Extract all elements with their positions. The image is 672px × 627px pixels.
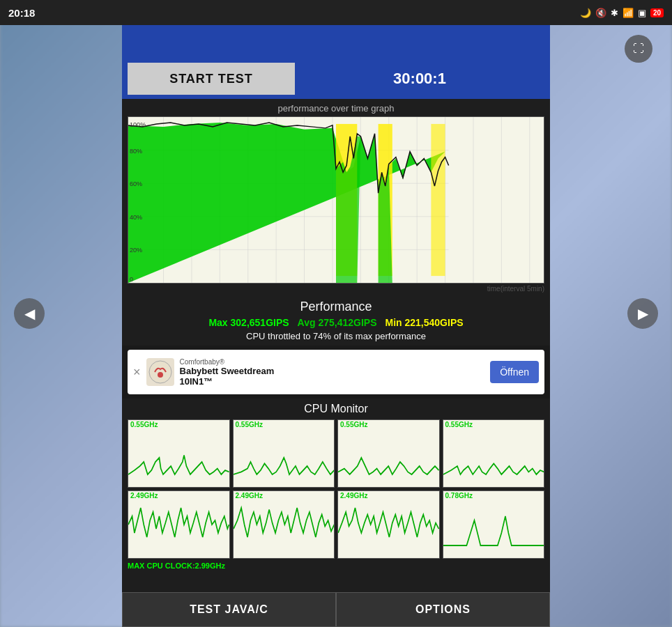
cpu-chart-7 xyxy=(443,491,544,558)
ad-logo xyxy=(146,358,174,386)
ad-close-button[interactable]: × xyxy=(133,365,141,380)
bluetooth-icon: ✱ xyxy=(611,8,618,18)
ad-banner: × Comfortbaby® Babybett Sweetdream10IN1™… xyxy=(128,350,544,394)
cpu-freq-6: 2.49GHz xyxy=(340,492,367,500)
svg-rect-21 xyxy=(431,124,445,276)
start-test-button[interactable]: START TEST xyxy=(128,63,295,95)
wifi-icon: 📶 xyxy=(623,8,634,18)
cpu-cell-2: 0.55GHz xyxy=(337,419,440,488)
cpu-cell-3: 0.55GHz xyxy=(443,419,545,488)
cpu-chart-3 xyxy=(443,420,544,487)
toolbar: START TEST 30:00:1 xyxy=(122,59,550,99)
expand-button[interactable]: ⛶ xyxy=(625,35,652,63)
performance-graph: 100% 80% 60% 40% 20% 0 xyxy=(128,117,544,283)
status-time: 20:18 xyxy=(8,7,35,19)
cpu-chart-2 xyxy=(338,420,439,487)
stat-avg: Avg 275,412GIPS xyxy=(298,317,377,328)
svg-text:20%: 20% xyxy=(130,247,142,254)
cpu-chart-0 xyxy=(128,420,229,487)
stat-max: Max 302,651GIPS xyxy=(208,317,289,328)
graph-x-label: time(interval 5min) xyxy=(128,285,544,293)
nav-right-button[interactable]: ▶ xyxy=(627,298,658,329)
cpu-chart-1 xyxy=(234,420,335,487)
svg-point-35 xyxy=(158,372,163,378)
performance-section: Performance Max 302,651GIPS Avg 275,412G… xyxy=(122,295,550,346)
cpu-grid: 0.55GHz 0.55GHz 0.55GHz xyxy=(128,419,544,559)
mute-icon: 🔇 xyxy=(595,8,606,18)
svg-rect-43 xyxy=(443,491,544,558)
svg-text:40%: 40% xyxy=(130,214,142,221)
cpu-monitor-title: CPU Monitor xyxy=(128,403,544,415)
cpu-cell-4: 2.49GHz xyxy=(128,490,230,559)
svg-rect-41 xyxy=(234,491,335,558)
cpu-freq-4: 2.49GHz xyxy=(130,492,158,500)
svg-text:0: 0 xyxy=(130,276,133,283)
svg-rect-39 xyxy=(443,420,544,487)
test-java-button[interactable]: TEST JAVA/C xyxy=(122,592,336,627)
timer-display: 30:00:1 xyxy=(295,63,544,95)
cpu-chart-5 xyxy=(234,491,335,558)
comfort-baby-logo xyxy=(148,359,173,385)
cpu-cell-1: 0.55GHz xyxy=(233,419,335,488)
battery-badge: 20 xyxy=(650,8,664,17)
stat-min: Min 221,540GIPS xyxy=(385,317,464,328)
left-arrow-icon: ◀ xyxy=(24,305,35,322)
ad-product: Babybett Sweetdream10IN1™ xyxy=(180,366,485,387)
throttle-note: CPU throttled to 74% of its max performa… xyxy=(128,331,544,341)
moon-icon: 🌙 xyxy=(580,8,591,18)
app-header xyxy=(122,25,550,59)
expand-icon: ⛶ xyxy=(633,42,644,55)
cpu-freq-3: 0.55GHz xyxy=(445,421,473,428)
cpu-chart-6 xyxy=(338,491,439,558)
svg-rect-42 xyxy=(338,491,439,558)
cpu-chart-4 xyxy=(128,491,229,558)
svg-text:100%: 100% xyxy=(130,121,146,128)
cpu-freq-7: 0.78GHz xyxy=(445,492,473,500)
cpu-freq-2: 0.55GHz xyxy=(340,421,367,428)
performance-title: Performance xyxy=(128,300,544,314)
svg-rect-37 xyxy=(234,420,335,487)
svg-text:60%: 60% xyxy=(130,180,142,187)
options-button[interactable]: OPTIONS xyxy=(336,592,550,627)
cpu-cell-5: 2.49GHz xyxy=(233,490,335,559)
nav-left-button[interactable]: ◀ xyxy=(14,298,45,329)
cpu-monitor-section: CPU Monitor 0.55GHz 0.55GHz 0.55GHz xyxy=(122,398,550,592)
graph-section: performance over time graph xyxy=(122,99,550,295)
ad-brand: Comfortbaby® xyxy=(180,358,485,366)
cpu-freq-1: 0.55GHz xyxy=(236,421,263,428)
cpu-max-clock: MAX CPU CLOCK:2.99GHz xyxy=(128,562,544,570)
right-arrow-icon: ▶ xyxy=(638,305,648,322)
status-icons: 🌙 🔇 ✱ 📶 ▣ 20 xyxy=(580,8,664,18)
cpu-cell-7: 0.78GHz xyxy=(443,490,545,559)
cpu-cell-0: 0.55GHz xyxy=(128,419,230,488)
app-container: START TEST 30:00:1 performance over time… xyxy=(122,25,550,627)
svg-text:80%: 80% xyxy=(130,148,142,155)
svg-rect-36 xyxy=(128,420,229,487)
graph-title: performance over time graph xyxy=(128,103,544,114)
status-bar: 20:18 🌙 🔇 ✱ 📶 ▣ 20 xyxy=(0,0,672,25)
cpu-freq-0: 0.55GHz xyxy=(130,421,158,428)
svg-rect-38 xyxy=(338,420,439,487)
sim-icon: ▣ xyxy=(638,8,646,18)
bottom-bar: TEST JAVA/C OPTIONS xyxy=(122,592,550,627)
graph-wrapper: 100% 80% 60% 40% 20% 0 xyxy=(128,116,544,284)
performance-stats: Max 302,651GIPS Avg 275,412GIPS Min 221,… xyxy=(128,317,544,328)
cpu-cell-6: 2.49GHz xyxy=(337,490,440,559)
cpu-freq-5: 2.49GHz xyxy=(236,492,263,500)
ad-cta-button[interactable]: Öffnen xyxy=(490,361,539,383)
ad-text: Comfortbaby® Babybett Sweetdream10IN1™ xyxy=(180,358,485,387)
